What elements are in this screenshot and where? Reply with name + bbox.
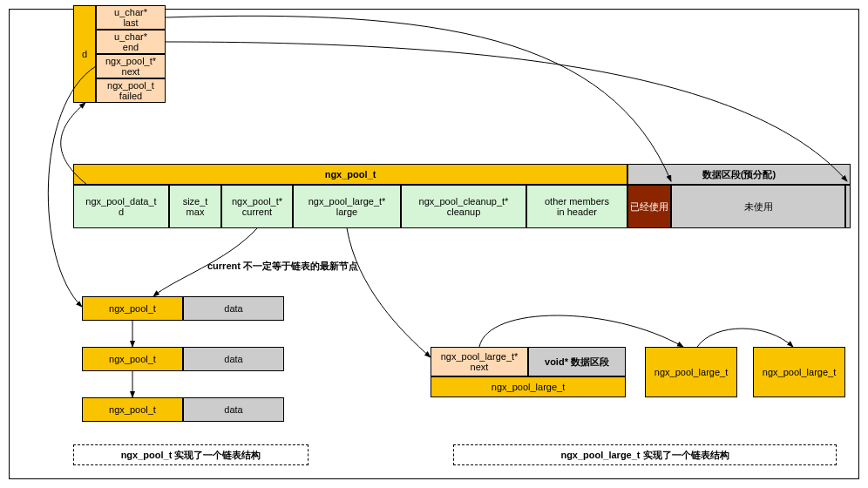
d-label: d [82,49,87,59]
field-cleanup: ngx_pool_cleanup_t* cleanup [401,185,526,228]
caption-pool: ngx_pool_t 实现了一个链表结构 [73,444,309,465]
main-header: ngx_pool_t [73,164,627,185]
d-field-last: u_char* last [96,5,166,30]
pool-list-node-1: ngx_pool_t [82,347,183,371]
large-struct-name: ngx_pool_large_t [431,376,626,397]
field-max: size_t max [169,185,221,228]
pool-list-data-2: data [183,397,284,422]
caption-large: ngx_pool_large_t 实现了一个链表结构 [453,444,837,465]
region-tail [845,185,851,228]
pool-list-data-1: data [183,347,284,371]
large-field-data: void* 数据区段 [528,347,626,376]
region-used: 已经使用 [627,185,671,228]
pool-list-node-0: ngx_pool_t [82,296,183,321]
pool-list-node-2: ngx_pool_t [82,397,183,422]
field-current: ngx_pool_t* current [221,185,293,228]
d-field-next: ngx_pool_t* next [96,54,166,78]
large-node-0: ngx_pool_large_t [645,347,737,397]
current-note: current 不一定等于链表的最新节点 [207,260,358,273]
field-d: ngx_pool_data_t d [73,185,169,228]
field-other: other members in header [526,185,627,228]
region-unused: 未使用 [671,185,845,228]
d-field-failed: ngx_pool_t failed [96,78,166,103]
large-field-next: ngx_pool_large_t* next [431,347,528,376]
d-label-box: d [73,5,96,103]
field-large: ngx_pool_large_t* large [293,185,401,228]
d-field-end: u_char* end [96,30,166,54]
pool-list-data-0: data [183,296,284,321]
large-node-1: ngx_pool_large_t [753,347,845,397]
region-header: 数据区段(预分配) [627,164,851,185]
